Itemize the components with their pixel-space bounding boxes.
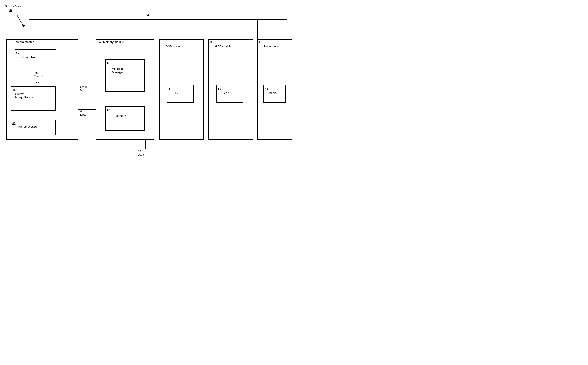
controller-box [15,49,56,67]
camera-module-number: 32 [8,40,11,44]
microprocessor-label: Microprocessor [18,125,38,128]
cmos-number: 48 [12,88,15,91]
memory-number: 54 [107,108,110,112]
gpp-number: 39 [218,87,221,90]
radio-module-number: 40 [259,40,262,44]
controller-number: 50 [16,51,19,54]
sensor-node-label: Sensor Node [5,5,22,8]
diagram-container: Sensor Node 30 42 32 Camera module 50 Co… [0,0,294,182]
svg-line-18 [17,14,23,27]
radio-number: 41 [265,87,268,90]
sensor-node-number: 30 [8,8,12,12]
conn56-label: 56 [36,82,39,85]
address-manager-label: AddressManager [112,67,123,74]
dsp-number: 37 [168,87,172,90]
address-manager-number: 52 [107,61,110,64]
gpp-module-label: GPP module [215,45,232,48]
radio-label: Radio [269,91,276,95]
memory-module-number: 34 [97,40,101,44]
cmos-label: CMOSImage Sensor [15,92,33,99]
data44-bottom-label: 44Data [138,149,144,156]
memory-box [105,106,145,131]
svg-marker-19 [22,24,25,27]
camera-module-label: Camera module [14,40,34,44]
memory-label: Memory [116,114,126,118]
dsp-label: DSP [174,91,180,95]
microprocessor-number: 46 [12,121,15,125]
sync-label: Sync56 [80,85,87,92]
gpp-module-number: 38 [210,40,213,44]
memory-module-label: Memory module [103,40,124,44]
radio-module-label: Radio module [263,45,281,48]
i2c-control-label: I2CControl [34,71,43,78]
dsp-module-label: DSP module [166,45,182,48]
gpp-label: GPP [223,91,229,95]
address-manager-box [105,59,145,92]
data44-left-label: 44Data [80,110,86,116]
dsp-module-number: 36 [161,40,164,44]
controller-label: Controller [22,56,35,59]
bus-42-label: 42 [146,13,149,16]
